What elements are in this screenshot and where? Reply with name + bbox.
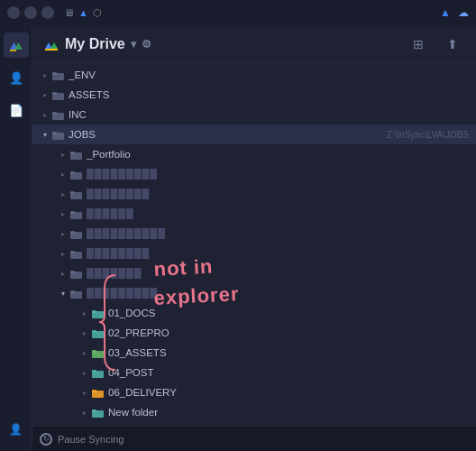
tree-row[interactable]: ▾ █████████	[32, 283, 476, 303]
tree-row[interactable]: ▸ ██████	[32, 422, 476, 426]
expand-arrow[interactable]: ▸	[79, 407, 90, 418]
expand-arrow[interactable]: ▸	[58, 248, 69, 259]
svg-rect-29	[92, 350, 96, 353]
folder-icon	[69, 246, 83, 261]
tree-row[interactable]: ▸ _Portfolio	[32, 144, 476, 164]
folder-icon	[50, 68, 65, 82]
expand-arrow[interactable]: ▸	[40, 69, 50, 80]
extra-icon: ⬡	[93, 7, 102, 19]
expand-arrow[interactable]: ▸	[58, 189, 69, 199]
circle-2	[24, 6, 37, 19]
row-label: _ENV	[69, 69, 469, 80]
sidebar-profile-icon[interactable]: 👤	[4, 417, 29, 442]
tree-row[interactable]: ▸ ████████	[32, 244, 476, 263]
upload-button[interactable]: ⬆	[440, 32, 465, 57]
tree-row[interactable]: ▸ █████████	[32, 164, 476, 184]
sync-icon: ↻	[40, 433, 52, 446]
svg-rect-11	[70, 171, 75, 174]
file-tree: ▸ _ENV▸ ASSETS▸ INC▾ JOBSZ:\InSync\LVA\J…	[32, 63, 476, 426]
folder-icon	[90, 405, 105, 419]
tree-row[interactable]: ▸ INC	[32, 105, 476, 124]
svg-rect-13	[70, 191, 75, 194]
row-label: 03_ASSETS	[108, 347, 469, 358]
row-label: ██████████	[87, 228, 469, 239]
main-content: My Drive ▾ ⚙ ⊞ ⬆ ▸ _ENV▸ ASSETS▸ INC▾	[32, 25, 476, 451]
tree-row[interactable]: ▸ ████████	[32, 184, 476, 204]
expand-arrow[interactable]: ▸	[58, 149, 69, 160]
tree-row[interactable]: ▸ 04_POST	[32, 363, 476, 382]
row-label: ASSETS	[69, 89, 469, 100]
folder-icon	[69, 266, 83, 281]
folder-icon	[50, 87, 65, 102]
svg-rect-19	[70, 251, 75, 253]
folder-icon	[69, 286, 83, 300]
page-title: My Drive	[65, 36, 125, 52]
expand-arrow[interactable]: ▸	[79, 367, 90, 378]
tree-row[interactable]: ▾ JOBSZ:\InSync\LVA\JOBS	[32, 124, 476, 144]
sidebar: 👤 📄 👤	[0, 25, 32, 451]
expand-arrow[interactable]: ▸	[79, 327, 90, 338]
tree-row[interactable]: ▸ 03_ASSETS	[32, 343, 476, 363]
expand-arrow[interactable]: ▾	[40, 129, 50, 140]
row-label: ████████	[87, 248, 469, 259]
row-label: 01_DOCS	[108, 308, 469, 318]
folder-icon	[69, 207, 83, 221]
status-bar: ↻ Pause Syncing	[32, 426, 476, 451]
sidebar-user-icon[interactable]: 👤	[4, 65, 29, 90]
folder-icon	[90, 365, 105, 380]
svg-rect-7	[52, 132, 57, 134]
tree-row[interactable]: ▸ New folder	[32, 402, 476, 422]
tree-row[interactable]: ▸ 06_DELIVERY	[32, 382, 476, 402]
row-label: 06_DELIVERY	[108, 387, 469, 398]
tree-row[interactable]: ▸ 02_PREPRO	[32, 323, 476, 343]
row-label: █████████	[87, 288, 469, 299]
tree-row[interactable]: ▸ ██████	[32, 204, 476, 224]
row-label: ███████	[87, 268, 469, 279]
row-label: ████████	[87, 189, 469, 199]
tree-row[interactable]: ▸ 01_DOCS	[32, 303, 476, 323]
sidebar-docs-icon[interactable]: 📄	[4, 97, 29, 123]
expand-arrow[interactable]: ▸	[40, 109, 50, 120]
row-label: ██████	[87, 208, 469, 219]
svg-rect-23	[70, 290, 75, 293]
expand-arrow[interactable]: ▾	[58, 288, 69, 299]
svg-rect-35	[92, 410, 96, 412]
expand-arrow[interactable]: ▸	[58, 169, 69, 179]
gdrive-tray: ▲	[78, 7, 88, 18]
folder-icon	[69, 147, 83, 161]
tree-row[interactable]: ▸ ASSETS	[32, 85, 476, 105]
tree-row[interactable]: ▸ ███████	[32, 263, 476, 283]
grid-view-button[interactable]: ⊞	[406, 32, 431, 57]
svg-rect-1	[52, 72, 57, 75]
expand-arrow[interactable]: ▸	[58, 268, 69, 279]
status-label[interactable]: Pause Syncing	[58, 434, 124, 445]
svg-rect-25	[92, 310, 96, 313]
sidebar-drive-icon[interactable]	[4, 32, 29, 58]
expand-arrow[interactable]: ▸	[58, 228, 69, 239]
circle-3	[41, 6, 54, 19]
tray-area: ▲ ☁	[440, 6, 469, 19]
settings-icon[interactable]: ⚙	[142, 38, 151, 51]
circle-1	[7, 6, 20, 19]
row-label: JOBS	[69, 129, 387, 140]
gdrive-icon[interactable]: ▲	[440, 6, 451, 19]
row-label: 04_POST	[108, 367, 469, 378]
tree-row[interactable]: ▸ ██████████	[32, 224, 476, 244]
expand-arrow[interactable]: ▸	[79, 347, 90, 358]
app-label: 🖥	[64, 7, 74, 18]
expand-arrow[interactable]: ▸	[79, 387, 90, 398]
tree-row[interactable]: ▸ _ENV	[32, 65, 476, 85]
row-label: 02_PREPRO	[108, 327, 469, 338]
svg-rect-31	[92, 370, 96, 373]
folder-icon	[69, 187, 83, 201]
svg-rect-5	[52, 112, 57, 115]
dropdown-icon[interactable]: ▾	[131, 38, 136, 51]
svg-rect-17	[70, 231, 75, 234]
expand-arrow[interactable]: ▸	[40, 89, 50, 100]
row-label: █████████	[87, 169, 469, 179]
expand-arrow[interactable]: ▸	[79, 308, 90, 318]
svg-rect-21	[70, 271, 75, 273]
cloud-icon[interactable]: ☁	[458, 6, 469, 19]
expand-arrow[interactable]: ▸	[58, 208, 69, 219]
folder-icon	[50, 127, 65, 142]
